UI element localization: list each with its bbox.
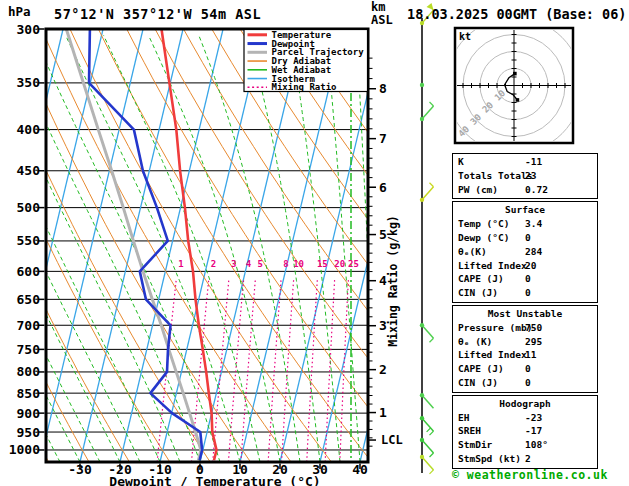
mixing-ratio-label: 8: [283, 259, 288, 269]
temp-tick-label: 40: [352, 462, 368, 477]
stat-row: CAPE (J)0: [453, 272, 597, 286]
isotherm-line: [320, 29, 423, 462]
dry-adiabat-line: [155, 29, 452, 462]
pressure-tick-label: 300: [17, 22, 41, 37]
copyright: © weatheronline.co.uk: [452, 468, 608, 482]
stat-label: Lifted Index: [458, 260, 527, 271]
km-tick-label: 2: [379, 362, 387, 377]
stats-section-hodograph: HodographEH-23SREH-17StmDir108°StmSpd (k…: [452, 395, 598, 469]
dry-adiabat-line: [98, 29, 371, 462]
pressure-tick-label: 400: [17, 122, 41, 137]
stat-label: SREH: [458, 425, 481, 436]
pressure-tick-label: 500: [17, 200, 41, 215]
mixing-ratio-label: 5: [257, 259, 262, 269]
datetime-title: 18.03.2025 00GMT (Base: 06): [407, 6, 626, 22]
hodograph-unit-label: kt: [459, 31, 471, 42]
km-tick-label: 8: [379, 81, 387, 96]
pressure-tick-label: 800: [17, 364, 41, 379]
pressure-tick-label: 750: [17, 342, 41, 357]
stat-label: Pressure (mb): [458, 322, 532, 333]
pressure-tick-label: 700: [17, 318, 41, 333]
stat-label: CIN (J): [458, 287, 498, 298]
pressure-tick-label: 550: [17, 233, 41, 248]
wet-adiabat-line: [149, 35, 281, 462]
wet-adiabat-line: [291, 35, 340, 462]
pressure-tick-label: 600: [17, 264, 41, 279]
dry-adiabat-line: [184, 29, 493, 462]
stat-row: θₑ (K)295: [453, 335, 597, 349]
stats-section-most-unstable: Most UnstablePressure (mb)750θₑ (K)295Li…: [452, 305, 598, 393]
stat-row: StmDir108°: [453, 438, 597, 452]
mixing-ratio-label: 3: [231, 259, 236, 269]
mixing-ratio-label: 20: [334, 259, 345, 269]
wet-adiabat-line: [34, 35, 220, 462]
pressure-tick-label: 350: [17, 75, 41, 90]
pressure-tick-label: 450: [17, 163, 41, 178]
stat-label: CAPE (J): [458, 363, 504, 374]
mixing-ratio-label: 25: [348, 259, 359, 269]
temp-tick-label: -30: [68, 462, 92, 477]
stat-row: Dewp (°C)0: [453, 231, 597, 245]
stat-label: CAPE (J): [458, 273, 504, 284]
stat-row: CIN (J)0: [453, 376, 597, 390]
stat-value: 20: [525, 259, 536, 273]
mixing-ratio-label: 1: [178, 259, 183, 269]
stat-row: Totals Totals23: [453, 169, 597, 183]
stat-value: 108°: [525, 438, 548, 452]
pressure-tick-label: 650: [17, 292, 41, 307]
stat-value: 0: [525, 231, 531, 245]
pressure-tick-label: 1000: [9, 442, 40, 457]
stat-row: Pressure (mb)750: [453, 321, 597, 335]
stat-value: 0.72: [525, 183, 548, 197]
stat-row: CIN (J)0: [453, 286, 597, 300]
stat-row: θₑ(K)284: [453, 245, 597, 259]
stat-value: 284: [525, 245, 542, 259]
stats-section-indices: K-11Totals Totals23PW (cm)0.72: [452, 153, 598, 199]
mixing-ratio-label: 4: [246, 259, 252, 269]
lcl-label: LCL: [381, 433, 403, 447]
hodograph: 10203040kt: [446, 18, 582, 154]
legend: TemperatureDewpointParcel TrajectoryDry …: [244, 30, 368, 93]
stat-label: CIN (J): [458, 377, 498, 388]
stat-label: StmDir: [458, 439, 492, 450]
stat-value: 11: [525, 348, 536, 362]
stat-row: Lifted Index11: [453, 348, 597, 362]
mixing-ratio-line: [228, 280, 243, 462]
stat-value: 0: [525, 362, 531, 376]
stat-value: 2: [525, 452, 531, 466]
stat-label: θₑ(K): [458, 246, 487, 257]
stats-section-title: Most Unstable: [453, 307, 597, 321]
pressure-tick-label: 950: [17, 425, 41, 440]
stat-label: Lifted Index: [458, 349, 527, 360]
curve-parcel-trajectory: [66, 29, 201, 460]
pressure-tick-label: 850: [17, 386, 41, 401]
wind-barb: [420, 83, 424, 87]
pressure-tick-label: 900: [17, 406, 41, 421]
stat-label: Dewp (°C): [458, 232, 509, 243]
pressure-unit-label: hPa: [8, 4, 31, 19]
km-tick-label: 6: [379, 180, 387, 195]
mixing-ratio-label: 10: [293, 259, 304, 269]
hodograph-trace-marker: [516, 98, 520, 102]
stat-label: Temp (°C): [458, 218, 509, 229]
stat-label: EH: [458, 412, 469, 423]
stats-section-title: Hodograph: [453, 397, 597, 411]
stat-label: θₑ (K): [458, 336, 492, 347]
stat-row: Temp (°C)3.4: [453, 217, 597, 231]
stat-value: -11: [525, 155, 542, 169]
stat-value: 0: [525, 376, 531, 390]
stat-row: StmSpd (kt)2: [453, 452, 597, 466]
wet-adiabat-line: [104, 35, 260, 462]
mixing-ratio-line: [213, 280, 229, 462]
mixing-ratio-line: [241, 280, 256, 462]
hodograph-trace-marker: [513, 72, 517, 76]
stat-row: SREH-17: [453, 424, 597, 438]
stat-value: 3.4: [525, 217, 542, 231]
sounding-page: 1234581015202530035040045050055060065070…: [0, 0, 629, 486]
stat-value: 0: [525, 272, 531, 286]
stat-row: CAPE (J)0: [453, 362, 597, 376]
stat-row: EH-23: [453, 411, 597, 425]
km-tick-label: 1: [379, 405, 387, 420]
stat-row: PW (cm)0.72: [453, 183, 597, 197]
stat-label: Totals Totals: [458, 170, 532, 181]
